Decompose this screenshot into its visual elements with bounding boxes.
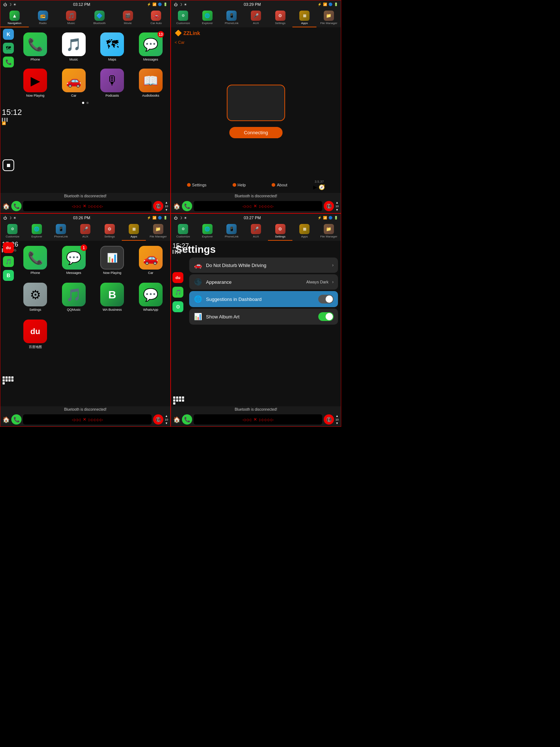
suggestions-toggle[interactable] xyxy=(318,295,334,303)
app-wabusiness-label: WA Business xyxy=(102,308,122,311)
status-right-q4: ⚡ 📶 🔵 🔋 xyxy=(318,216,338,220)
nav-phonelink-q3[interactable]: 📱 PhoneLink xyxy=(49,222,73,241)
quadrant-3: ⏻ ☽ ☀ 03:26 PM ⚡ 📶 🔵 🔋 ⚙ Customize 🌐 Exp… xyxy=(0,213,171,427)
settings-row-appearance[interactable]: 🌑 Appearance Always Dark › xyxy=(189,274,338,290)
nav-bt-icon: 🔷 xyxy=(94,11,105,21)
app-car-q3[interactable]: 🚗 Car xyxy=(133,246,168,275)
stop-btn[interactable]: ⏹ xyxy=(3,159,14,171)
app-audiobooks[interactable]: 📖 Audiobooks xyxy=(133,69,168,97)
app-nowplaying[interactable]: ▶ Now Playing xyxy=(18,69,53,97)
nav-bluetooth[interactable]: 🔷 Bluetooth xyxy=(85,8,114,27)
hangup-btn-q1[interactable]: 📵 xyxy=(153,201,163,211)
nav-settings-q4[interactable]: ⚙ Settings xyxy=(268,222,292,241)
settings-row-dnd[interactable]: 🚗 Do Not Disturb While Driving › xyxy=(189,258,338,273)
status-left-q2: ⏻ ☽ ☀ xyxy=(174,3,187,7)
zlink-help-btn[interactable]: Help xyxy=(233,183,246,187)
nav-aux-q2[interactable]: 🎤 AUX xyxy=(244,8,268,27)
brightness-icon-q4: ☀ xyxy=(184,216,187,220)
sidebar-phone-icon[interactable]: 📞 xyxy=(3,57,14,67)
sidebar-maps-icon[interactable]: 🗺 xyxy=(3,43,14,54)
sidebar-du-icon[interactable]: du xyxy=(3,242,14,253)
bottom-bar-q4: Bluetooth is disconnected! 🏠 📞 ◁◁◁ ✕ ▷▷▷… xyxy=(171,406,341,426)
home-btn-q4[interactable]: 🏠 xyxy=(173,416,180,423)
dot-1 xyxy=(82,102,84,104)
nav-customize-q4[interactable]: ⚙ Customize xyxy=(171,222,195,241)
sidebar-music-icon-q4[interactable]: 🎵 xyxy=(172,287,183,298)
answer-btn-q1[interactable]: 📞 xyxy=(11,201,22,211)
app-phone[interactable]: 📞 Phone xyxy=(18,32,53,61)
answer-btn-q3[interactable]: 📞 xyxy=(11,414,22,425)
about-dot xyxy=(272,183,275,187)
big-time-q4: 15:27 xyxy=(172,242,189,250)
nav-explorer-q4[interactable]: 🌐 Explorer xyxy=(195,222,220,241)
nav-radio[interactable]: 📻 Radio xyxy=(29,8,57,27)
dnd-label: Do Not Disturb While Driving xyxy=(206,263,328,268)
nav-settings-q3[interactable]: ⚙ Settings xyxy=(97,222,122,241)
app-music[interactable]: 🎵 Music xyxy=(57,32,92,61)
moon-icon-q4: ☽ xyxy=(179,216,182,220)
nav-customize-q3[interactable]: ⚙ Customize xyxy=(0,222,25,241)
hangup-btn-q2[interactable]: 📵 xyxy=(324,201,334,211)
app-settings-q3[interactable]: ⚙ Settings xyxy=(18,283,53,311)
nav-settings-q2[interactable]: ⚙ Settings xyxy=(268,8,292,27)
power-icon-q4: ⏻ xyxy=(174,216,178,220)
grid-dots-btn-q4[interactable] xyxy=(173,396,184,405)
nav-carauto[interactable]: 🚗 Car Auto xyxy=(142,8,170,27)
nav-filemanager-q3[interactable]: 📁 File Manager xyxy=(146,222,170,241)
nav-apps-q2[interactable]: ▦ Apps xyxy=(292,8,317,27)
nav-filemanager-q4[interactable]: 📁 File Manager xyxy=(316,222,341,241)
hangup-btn-q3[interactable]: 📵 xyxy=(153,414,163,425)
connecting-button[interactable]: Connecting xyxy=(229,127,283,138)
nav-customize-q2[interactable]: ⚙ Customize xyxy=(171,8,195,27)
app-wabusiness[interactable]: B WA Business xyxy=(95,283,130,311)
nav-apps-icon-q2: ▦ xyxy=(299,11,310,21)
sidebar-music-icon[interactable]: 🎵 xyxy=(3,256,14,267)
nav-aux-q3[interactable]: 🎤 AUX xyxy=(73,222,98,241)
nav-apps-q3[interactable]: ▦ Apps xyxy=(122,222,146,241)
home-btn-q2[interactable]: 🏠 xyxy=(173,203,180,210)
sidebar-b-icon[interactable]: B xyxy=(3,270,14,281)
app-maps-icon: 🗺 xyxy=(100,32,124,56)
nav-apps-q4[interactable]: ▦ Apps xyxy=(292,222,317,241)
nav-aux-q4[interactable]: 🎤 AUX xyxy=(244,222,268,241)
answer-btn-q4[interactable]: 📞 xyxy=(182,414,192,425)
app-messages[interactable]: 💬 13 Messages xyxy=(133,32,168,61)
app-phone-q3[interactable]: 📞 Phone xyxy=(18,246,53,275)
nav-phonelink-q2[interactable]: 📱 PhoneLink xyxy=(219,8,244,27)
grid-dots-btn[interactable] xyxy=(3,376,13,384)
sidebar-settings-icon-q4[interactable]: ⚙ xyxy=(172,301,183,312)
answer-btn-q2[interactable]: 📞 xyxy=(182,201,192,211)
nav-filemanager-q2[interactable]: 📁 File Manager xyxy=(316,8,341,27)
app-whatsapp[interactable]: 💬 WhatsApp xyxy=(133,283,168,311)
zlink-settings-btn[interactable]: Settings xyxy=(187,183,207,187)
nav-explorer-q3[interactable]: 🌐 Explorer xyxy=(25,222,49,241)
albumart-toggle[interactable] xyxy=(318,312,334,321)
nav-apps-label-q3: Apps xyxy=(131,235,137,238)
settings-row-suggestions[interactable]: 🌐 Suggestions in Dashboard xyxy=(189,291,338,307)
nav-phonelink-q4[interactable]: 📱 PhoneLink xyxy=(219,222,244,241)
nav-navigation[interactable]: ▲ Navigation xyxy=(0,8,29,27)
app-baidumap[interactable]: du 百度地图 xyxy=(18,320,53,349)
car-back-btn[interactable]: < Car xyxy=(171,39,341,46)
app-nowplaying-q3[interactable]: 📊 Now Playing xyxy=(95,246,130,275)
home-btn-q3[interactable]: 🏠 xyxy=(3,416,10,423)
hangup-btn-q4[interactable]: 📵 xyxy=(324,414,334,425)
app-audiobooks-label: Audiobooks xyxy=(142,94,159,97)
nav-music[interactable]: 🎵 Music xyxy=(57,8,85,27)
signal-q1: ▌▌▌📶 xyxy=(2,118,22,125)
app-maps[interactable]: 🗺 Maps xyxy=(95,32,130,61)
nav-filemanager-label-q4: File Manager xyxy=(320,235,337,238)
sidebar-k-icon[interactable]: K xyxy=(3,29,14,40)
nav-explorer-q2[interactable]: 🌐 Explorer xyxy=(195,8,220,27)
settings-row-albumart[interactable]: 📊 Show Album Art xyxy=(189,309,338,325)
app-messages-q3[interactable]: 💬 1 Messages xyxy=(57,246,92,275)
app-podcasts[interactable]: 🎙 Podcasts xyxy=(95,69,130,97)
nav-movie[interactable]: 🎬 Movie xyxy=(114,8,142,27)
zlink-about-btn[interactable]: About xyxy=(272,183,287,187)
home-btn-q1[interactable]: 🏠 xyxy=(3,203,10,210)
app-qqmusic[interactable]: 🎵 QQMusic xyxy=(57,283,92,311)
sidebar-du-icon-q4[interactable]: du xyxy=(172,272,183,283)
app-car[interactable]: 🚗 Car xyxy=(57,69,92,97)
clock-q2: 03:29 PM xyxy=(244,2,261,7)
volume-q2: ▲ 10 ▼ xyxy=(335,201,339,212)
